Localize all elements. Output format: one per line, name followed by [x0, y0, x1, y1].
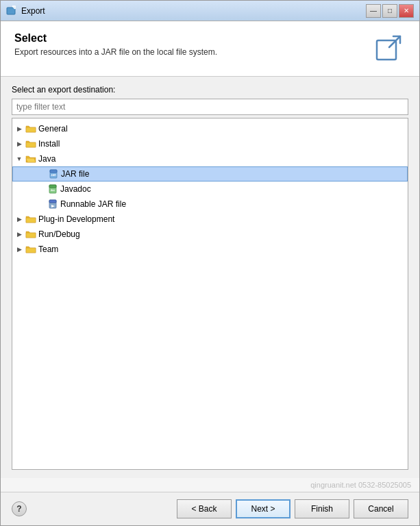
tree-item-plugin-dev[interactable]: ▶ Plug-in Development	[12, 212, 408, 227]
finish-button[interactable]: Finish	[295, 499, 349, 518]
next-button[interactable]: Next >	[236, 499, 291, 518]
content-area: Select Export resources into a JAR file …	[1, 21, 419, 525]
window-title: Export	[21, 6, 366, 16]
tree-item-install[interactable]: ▶ Install	[12, 136, 408, 151]
tree-item-label-runnable-jar: Runnable JAR file	[60, 199, 126, 209]
svg-rect-11	[49, 200, 56, 203]
header-section: Select Export resources into a JAR file …	[1, 21, 419, 77]
filter-input[interactable]	[12, 99, 408, 115]
folder-open-icon-java	[25, 153, 36, 164]
svg-rect-5	[50, 170, 57, 173]
toggle-team[interactable]: ▶	[15, 245, 23, 253]
main-section: Select an export destination: ▶ General	[1, 77, 419, 478]
svg-rect-8	[49, 185, 56, 188]
toggle-install[interactable]: ▶	[15, 140, 23, 148]
jar-file-icon: JAR	[48, 168, 59, 179]
svg-text:doc: doc	[51, 189, 55, 192]
window-controls: — □ ✕	[366, 4, 414, 18]
section-label: Select an export destination:	[12, 85, 408, 95]
tree-container: ▶ General ▶	[12, 118, 408, 470]
footer-left: ?	[12, 501, 27, 516]
toggle-javadoc	[37, 185, 45, 193]
minimize-button[interactable]: —	[366, 4, 381, 18]
folder-closed-icon-run-debug	[25, 229, 36, 240]
svg-line-3	[389, 36, 400, 47]
tree-item-label-plugin: Plug-in Development	[38, 214, 114, 224]
toggle-java[interactable]: ▼	[15, 155, 23, 163]
tree-item-label-java: Java	[38, 154, 55, 164]
tree-item-javadoc[interactable]: doc Javadoc	[12, 181, 408, 197]
back-button[interactable]: < Back	[177, 499, 232, 518]
tree-item-team[interactable]: ▶ Team	[12, 242, 408, 257]
tree-item-jar-file[interactable]: JAR JAR file	[12, 166, 408, 181]
tree-item-runnable-jar[interactable]: Runnable JAR file	[12, 197, 408, 212]
folder-closed-icon	[25, 123, 36, 134]
toggle-run-debug[interactable]: ▶	[15, 230, 23, 238]
svg-rect-0	[7, 8, 15, 14]
folder-closed-icon-install	[25, 138, 36, 149]
tree-item-label-run-debug: Run/Debug	[38, 229, 80, 239]
toggle-general[interactable]: ▶	[15, 125, 23, 133]
tree-item-label-install: Install	[38, 139, 60, 149]
footer-buttons: < Back Next > Finish Cancel	[177, 499, 408, 518]
tree-item-label-javadoc: Javadoc	[60, 184, 91, 194]
tree-item-label-jar: JAR file	[61, 169, 89, 179]
export-icon	[374, 34, 404, 64]
toggle-jar	[38, 170, 46, 178]
tree-item-label-team: Team	[38, 245, 58, 254]
window-icon	[6, 5, 17, 16]
title-bar: Export — □ ✕	[1, 1, 419, 21]
folder-closed-icon-plugin	[25, 214, 36, 225]
header-text: Select Export resources into a JAR file …	[14, 32, 217, 57]
tree-item-label-general: General	[38, 124, 68, 134]
watermark: qingruanit.net 0532-85025005	[1, 478, 419, 492]
svg-text:JAR: JAR	[51, 173, 56, 177]
tree-item-run-debug[interactable]: ▶ Run/Debug	[12, 227, 408, 242]
toggle-runnable-jar	[37, 200, 45, 208]
javadoc-icon: doc	[47, 184, 58, 195]
folder-closed-icon-team	[25, 244, 36, 255]
maximize-button[interactable]: □	[382, 4, 397, 18]
page-title: Select	[14, 32, 217, 45]
toggle-plugin[interactable]: ▶	[15, 215, 23, 223]
export-dialog: Export — □ ✕ Select Export resources int…	[0, 0, 420, 526]
close-button[interactable]: ✕	[399, 4, 414, 18]
runnable-jar-icon	[47, 199, 58, 210]
footer: ? < Back Next > Finish Cancel	[1, 492, 419, 525]
page-subtitle: Export resources into a JAR file on the …	[14, 47, 217, 57]
header-icon	[373, 32, 406, 65]
cancel-button[interactable]: Cancel	[354, 499, 408, 518]
help-button[interactable]: ?	[12, 501, 27, 516]
tree-item-java[interactable]: ▼ Java	[12, 151, 408, 166]
tree-item-general[interactable]: ▶ General	[12, 121, 408, 136]
